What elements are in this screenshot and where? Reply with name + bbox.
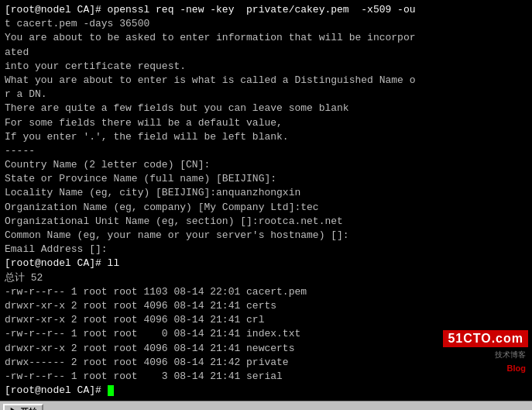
terminal-line: drwxr-xr-x 2 root root 4096 08-14 21:41 … [5, 313, 527, 327]
terminal-line: Organizational Unit Name (eg, section) [… [5, 215, 527, 229]
terminal-line: [root@nodel CA]# [5, 384, 527, 398]
terminal-line: There are quite a few fields but you can… [5, 102, 527, 115]
watermark-blog: Blog [505, 363, 528, 374]
terminal-line: -rw-r--r-- 1 root root 1103 08-14 22:01 … [5, 285, 527, 299]
terminal-line: Organization Name (eg, company) [My Comp… [5, 201, 527, 215]
terminal-line: into your certificate request. [5, 60, 527, 74]
terminal-line: What you are about to enter is what is c… [5, 74, 527, 88]
terminal-line: r a DN. [5, 88, 527, 102]
window-wrapper: [root@nodel CA]# openssl req -new -key p… [0, 0, 532, 401]
terminal-line: t cacert.pem -days 36500 [5, 17, 527, 31]
watermark-sub: 技术博客 [493, 349, 528, 361]
terminal-line: ----- [5, 144, 527, 158]
terminal-line: Email Address []: [5, 243, 527, 257]
window-container: [root@nodel CA]# openssl req -new -key p… [0, 0, 532, 410]
taskbar: ▶ 开始 [0, 401, 532, 410]
terminal-line: Locality Name (eg, city) [BEIJING]:anqua… [5, 186, 527, 200]
terminal-line: [root@nodel CA]# openssl req -new -key p… [5, 3, 527, 17]
cursor [108, 385, 114, 396]
terminal-line: If you enter '.', the field will be left… [5, 130, 527, 144]
start-button[interactable]: ▶ 开始 [3, 404, 43, 410]
terminal-line: You are about to be asked to enter infor… [5, 31, 527, 45]
terminal-line: 总计 52 [5, 271, 527, 285]
watermark-logo: 51CTO.com [443, 330, 528, 347]
watermark: 51CTO.com 技术博客 Blog [443, 330, 528, 374]
terminal-line: drwxr-xr-x 2 root root 4096 08-14 21:41 … [5, 299, 527, 313]
terminal-line: Country Name (2 letter code) [CN]: [5, 158, 527, 172]
terminal-line: State or Province Name (full name) [BEIJ… [5, 172, 527, 186]
terminal-line: Common Name (eg, your name or your serve… [5, 229, 527, 243]
terminal-line: For some fields there will be a default … [5, 116, 527, 130]
terminal-line: ated [5, 46, 527, 60]
terminal-line: [root@nodel CA]# ll [5, 257, 527, 270]
